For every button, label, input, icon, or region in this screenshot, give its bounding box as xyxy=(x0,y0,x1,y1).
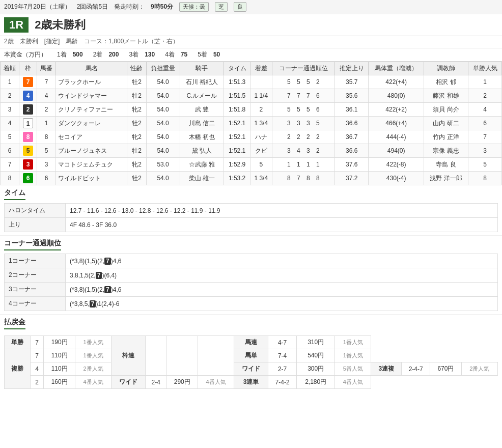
col-last3f: 推定上り xyxy=(335,62,369,75)
fukusho-num2: 4 xyxy=(30,362,44,376)
name-cell: マコトジェムチュク xyxy=(56,158,127,172)
prize-5th: 5着 50 xyxy=(198,50,220,59)
umatan-label: 馬単 xyxy=(234,349,268,362)
wide-combo1: 2-7 xyxy=(268,362,297,376)
last3f-cell: 36.7 xyxy=(335,130,369,144)
corner-label: 1コーナー xyxy=(5,254,66,268)
rank-cell: 1 xyxy=(1,75,19,89)
last3f-cell: 35.7 xyxy=(335,75,369,89)
col-jockey: 騎手 xyxy=(180,62,224,75)
sexage-cell: 牝2 xyxy=(127,130,146,144)
col-corner: コーナー通過順位 xyxy=(272,62,335,75)
sanrenpuku-amount: 670円 xyxy=(430,362,462,376)
jockey-cell: 川島 信二 xyxy=(180,117,224,130)
corner-section: コーナー通過順位 1コーナー (*3,8)(1,5)(2,7)4,6 2コーナー… xyxy=(0,236,502,315)
umaren-combo: 4-7 xyxy=(268,336,297,349)
corner-label: 2コーナー xyxy=(5,268,66,283)
rank-cell: 6 xyxy=(1,144,19,158)
col-weight: 負担重量 xyxy=(146,62,180,75)
margin-cell xyxy=(250,75,272,89)
sexage-cell: 牝2 xyxy=(127,103,146,117)
jockey-cell: 武 豊 xyxy=(180,103,224,117)
time-cell: 1:52.1 xyxy=(224,130,250,144)
trainer-cell: 相沢 郁 xyxy=(424,75,468,89)
fukusho-num3: 2 xyxy=(30,376,44,389)
time-cell: 1:52.1 xyxy=(224,144,250,158)
fukusho-amount2: 110円 xyxy=(44,362,75,376)
prize-row: 本賞金（万円） 1着 500 2着 200 3着 130 4着 75 5着 50 xyxy=(0,48,502,62)
fukusho-amount3: 160円 xyxy=(44,376,75,389)
prize-2nd: 2着 200 xyxy=(93,50,119,59)
number-cell: 1 xyxy=(37,117,55,130)
corner-value: (*3,8)(1,5)(2,7)4,6 xyxy=(66,254,498,268)
agari-label: 上り xyxy=(5,218,66,232)
time-cell: 1:53.2 xyxy=(224,172,250,185)
sexage-cell: 牡2 xyxy=(127,75,146,89)
trainer-cell: 須貝 尚介 xyxy=(424,103,468,117)
trainer-cell: 宗像 義忠 xyxy=(424,144,468,158)
trainer-cell: 藤沢 和雄 xyxy=(424,89,468,103)
name-cell: ダンツクォーレ xyxy=(56,117,127,130)
margin-cell: ハナ xyxy=(250,130,272,144)
sanrentan-label: 3連単 xyxy=(234,376,268,389)
last3f-cell: 36.1 xyxy=(335,103,369,117)
fukusho-num1: 7 xyxy=(30,349,44,362)
corner-cell: 8788 xyxy=(272,172,335,185)
track-badge: 芝 xyxy=(215,2,228,12)
umaren-amount: 310円 xyxy=(297,336,335,349)
fukusho-amount1: 110円 xyxy=(44,349,75,362)
pop-cell: 1 xyxy=(468,75,502,89)
corner-value: (*3,8)(1,5)(2,7)4,6 xyxy=(66,283,498,297)
col-horsenum: 馬番 xyxy=(37,62,55,75)
corner-cell: 3432 xyxy=(272,144,335,158)
name-cell: ブラックホール xyxy=(56,75,127,89)
rank-cell: 5 xyxy=(1,130,19,144)
rank-cell: 4 xyxy=(1,117,19,130)
condition-badge: 良 xyxy=(234,2,246,12)
corner-cell: 5552 xyxy=(272,75,335,89)
corner-cell: 3335 xyxy=(272,117,335,130)
umaren-label: 馬連 xyxy=(234,336,268,349)
name-cell: ブルーノジュネス xyxy=(56,144,127,158)
race-number: 1R xyxy=(4,17,29,33)
fukusho-pop2: 2番人気 xyxy=(75,362,111,376)
prize-1st: 1着 500 xyxy=(57,50,83,59)
wide-amount1: 300円 xyxy=(297,362,335,376)
jockey-cell: 石川 裕紀人 xyxy=(180,75,224,89)
fukusho-label: 複勝 xyxy=(5,349,31,389)
time-cell: 1:52.9 xyxy=(224,158,250,172)
col-pop: 単勝人気 xyxy=(468,62,502,75)
umaren-pop: 1番人気 xyxy=(335,336,371,349)
wakuren-amount-empty xyxy=(166,336,198,376)
pop-cell: 6 xyxy=(468,117,502,130)
hw-cell: 422(+4) xyxy=(369,75,424,89)
time-cell: 1:51.5 xyxy=(224,89,250,103)
rank-cell: 3 xyxy=(1,103,19,117)
sanrenpuku-combo: 2-4-7 xyxy=(402,362,430,376)
hw-cell: 430(-4) xyxy=(369,172,424,185)
sexage-cell: 牡2 xyxy=(127,172,146,185)
jockey-cell: ☆武藤 雅 xyxy=(180,158,224,172)
halon-value: 12.7 - 11.6 - 12.6 - 13.0 - 12.8 - 12.6 … xyxy=(66,204,498,218)
payout-table: 単勝 7 190円 1番人気 枠連 馬連 4-7 310円 1番人気 複勝 7 … xyxy=(4,335,498,389)
sexage-cell: 牝2 xyxy=(127,158,146,172)
time-cell: 1:52.1 xyxy=(224,117,250,130)
jockey-cell: 柴山 雄一 xyxy=(180,172,224,185)
burden-cell: 54.0 xyxy=(146,144,180,158)
corner-cell: 1111 xyxy=(272,158,335,172)
sanrentan-combo: 7-4-2 xyxy=(268,376,297,389)
pop-cell: 5 xyxy=(468,158,502,172)
sanrentan-amount: 2,180円 xyxy=(297,376,335,389)
hw-cell: 466(+4) xyxy=(369,117,424,130)
wide-pop2: 4番人気 xyxy=(198,376,234,389)
margin-cell: 5 xyxy=(250,158,272,172)
trainer-cell: 山内 研二 xyxy=(424,117,468,130)
time-table: ハロンタイム 12.7 - 11.6 - 12.6 - 13.0 - 12.8 … xyxy=(4,203,498,232)
last3f-cell: 36.6 xyxy=(335,144,369,158)
number-cell: 7 xyxy=(37,75,55,89)
wide-label-inline: ワイド xyxy=(234,362,268,376)
burden-cell: 54.0 xyxy=(146,89,180,103)
rank-cell: 8 xyxy=(1,172,19,185)
race-header: 1R 2歳未勝利 xyxy=(0,14,502,36)
wide-pop1: 5番人気 xyxy=(335,362,371,376)
